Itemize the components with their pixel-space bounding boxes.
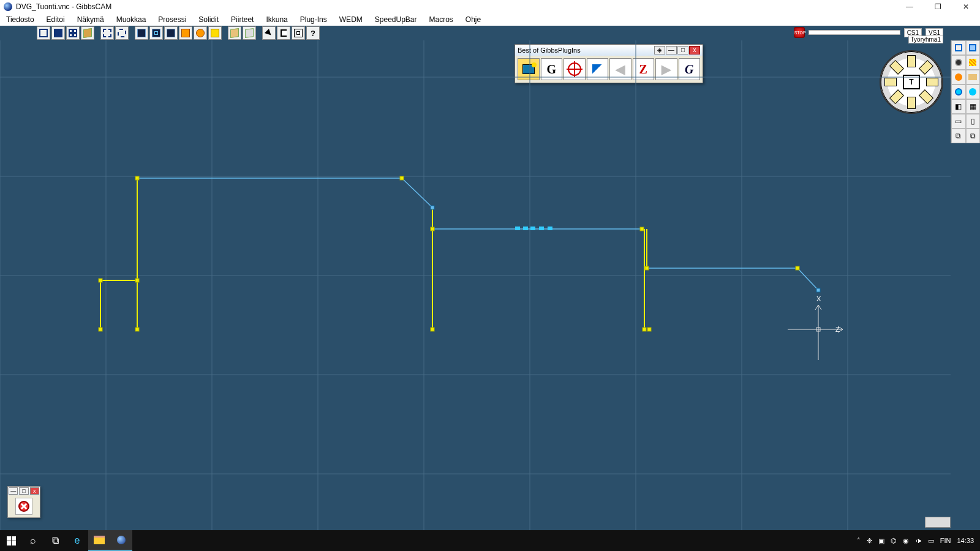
svg-rect-29 (539, 227, 544, 230)
help-button[interactable]: ? (306, 26, 320, 40)
tray-sync-icon[interactable]: ❉ (867, 537, 872, 545)
menu-item[interactable]: Muokkaa (110, 14, 153, 25)
svg-rect-34 (135, 279, 139, 282)
svg-rect-33 (99, 279, 102, 282)
menu-bar: Tiedosto Editoi Näkymä Muokkaa Prosessi … (0, 13, 980, 26)
taskbar: ⌕ ⧉ e ˄ ❉ ▣ ⌬ ◉ 🕩 ▭ FIN 14:33 (0, 530, 980, 551)
main-toolbar: ? (37, 26, 320, 40)
svg-text:X: X (816, 295, 821, 302)
minimize-button[interactable]: ― (895, 0, 924, 13)
tool-button[interactable] (277, 26, 290, 40)
svg-rect-35 (99, 328, 102, 331)
menu-item[interactable]: Piirteet (225, 14, 260, 25)
drawing-canvas[interactable]: XZ (0, 40, 951, 530)
svg-line-18 (797, 268, 818, 290)
svg-rect-39 (640, 227, 644, 231)
svg-rect-40 (643, 328, 646, 331)
system-tray: ˄ ❉ ▣ ⌬ ◉ 🕩 ▭ FIN 14:33 (851, 537, 980, 545)
tool-button[interactable] (228, 26, 241, 40)
tray-app-icon[interactable]: ▣ (878, 537, 884, 545)
edge-icon[interactable]: e (66, 530, 88, 551)
palette-button[interactable]: ⧉ (951, 129, 966, 143)
task-view-button[interactable]: ⧉ (44, 530, 66, 551)
palette-button[interactable] (966, 55, 981, 70)
title-bar: DVG_Tuonti.vnc - GibbsCAM (0, 0, 980, 13)
menu-item[interactable]: Tiedosto (0, 14, 40, 25)
palette-button[interactable]: ⧉ (966, 129, 981, 143)
palette-button[interactable] (966, 40, 981, 55)
svg-rect-37 (431, 227, 434, 231)
tray-action-icon[interactable]: ▭ (928, 537, 934, 545)
tool-button[interactable] (292, 26, 305, 40)
svg-line-51 (818, 305, 821, 310)
tray-network-icon[interactable]: ⌬ (891, 537, 897, 545)
menu-item[interactable]: SpeedUpBar (369, 14, 423, 25)
tool-button[interactable] (179, 26, 192, 40)
menu-item[interactable]: Plug-Ins (294, 14, 333, 25)
menu-item[interactable]: Solidit (192, 14, 225, 25)
tray-volume-icon[interactable]: 🕩 (915, 537, 922, 544)
tray-chevron-icon[interactable]: ˄ (857, 537, 861, 545)
svg-rect-38 (431, 328, 434, 331)
mini-stop-button[interactable] (15, 498, 32, 515)
svg-rect-36 (135, 328, 139, 331)
tray-wifi-icon[interactable]: ◉ (903, 537, 909, 545)
close-button[interactable]: ✕ (952, 0, 980, 13)
mini-minimize-button[interactable]: — (9, 487, 18, 495)
tool-button[interactable] (149, 26, 163, 40)
svg-rect-42 (645, 266, 649, 270)
palette-button[interactable]: ▯ (966, 114, 981, 129)
tool-button[interactable] (135, 26, 148, 40)
maximize-button[interactable]: ❐ (924, 0, 952, 13)
tool-button[interactable] (66, 26, 80, 40)
menu-item[interactable]: Prosessi (152, 14, 192, 25)
svg-rect-30 (548, 227, 552, 230)
menu-item[interactable]: Näkymä (71, 14, 110, 25)
tool-button[interactable] (194, 26, 207, 40)
tool-button[interactable] (37, 26, 50, 40)
svg-rect-44 (431, 206, 434, 209)
svg-line-50 (815, 305, 818, 310)
svg-rect-28 (530, 227, 535, 230)
svg-text:Z: Z (835, 326, 840, 333)
menu-item[interactable]: Ohje (459, 14, 487, 25)
palette-button[interactable] (951, 84, 966, 99)
tool-button[interactable] (208, 26, 222, 40)
menu-item[interactable]: Macros (423, 14, 459, 25)
palette-button[interactable] (966, 70, 981, 84)
app-taskbar-icon[interactable] (110, 530, 132, 551)
palette-button[interactable] (951, 70, 966, 84)
menu-item[interactable]: Ikkuna (260, 14, 293, 25)
tool-button[interactable] (81, 26, 94, 40)
tool-button[interactable] (164, 26, 178, 40)
menu-item[interactable]: WEDM (333, 14, 369, 25)
tool-button[interactable] (262, 26, 276, 40)
right-palette: ◧▦ ▭▯ ⧉⧉ (951, 40, 980, 143)
palette-button[interactable] (951, 40, 966, 55)
svg-rect-45 (816, 288, 820, 292)
svg-line-15 (402, 178, 432, 208)
stop-icon[interactable]: STOP (794, 27, 805, 38)
window-title: DVG_Tuonti.vnc - GibbsCAM (16, 2, 111, 11)
palette-button[interactable] (951, 55, 966, 70)
palette-button[interactable] (966, 84, 981, 99)
stop-icon (18, 501, 29, 512)
tool-button[interactable] (115, 26, 129, 40)
explorer-icon[interactable] (88, 530, 110, 551)
tray-language[interactable]: FIN (940, 537, 951, 544)
mini-palette[interactable]: — □ x (7, 486, 40, 518)
search-button[interactable]: ⌕ (22, 530, 44, 551)
scrollbar-stub[interactable] (925, 517, 951, 528)
mini-close-button[interactable]: x (30, 487, 39, 495)
palette-button[interactable]: ◧ (951, 99, 966, 114)
mini-maximize-button[interactable]: □ (19, 487, 28, 495)
palette-button[interactable]: ▭ (951, 114, 966, 129)
svg-rect-31 (135, 176, 139, 180)
tray-clock[interactable]: 14:33 (957, 537, 974, 544)
start-button[interactable] (0, 530, 22, 551)
menu-item[interactable]: Editoi (40, 14, 71, 25)
tool-button[interactable] (51, 26, 65, 40)
tool-button[interactable] (243, 26, 256, 40)
tool-button[interactable] (100, 26, 114, 40)
palette-button[interactable]: ▦ (966, 99, 981, 114)
